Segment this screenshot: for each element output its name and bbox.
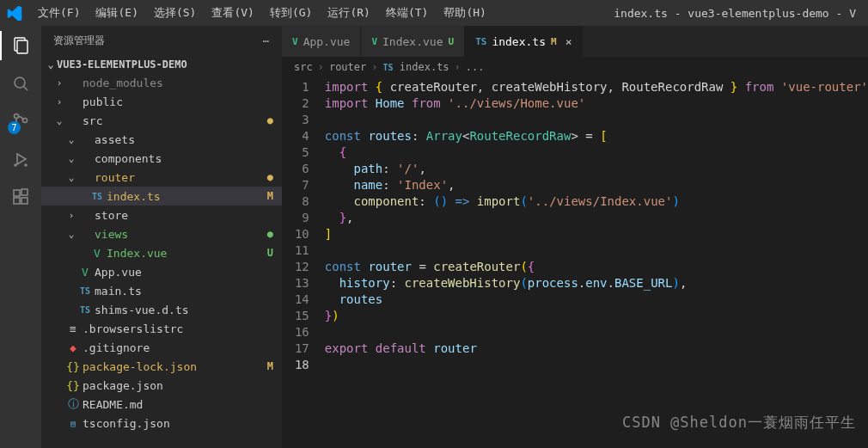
file-label: public: [83, 95, 256, 108]
breadcrumb-item[interactable]: TS index.ts: [383, 61, 449, 73]
tree-item[interactable]: TSmain.ts: [41, 281, 282, 300]
menu-item[interactable]: 终端(T): [379, 2, 435, 24]
tree-item[interactable]: ›node_modules: [41, 73, 282, 92]
breadcrumb[interactable]: src›router›TS index.ts›...: [282, 57, 868, 77]
menu-bar: 文件(F)编辑(E)选择(S)查看(V)转到(G)运行(R)终端(T)帮助(H): [31, 2, 493, 24]
chevron-icon: ›: [53, 77, 65, 89]
tree-item[interactable]: ⌄src●: [41, 111, 282, 130]
svg-point-8: [15, 164, 16, 166]
file-type-icon: TS: [475, 36, 486, 47]
more-icon[interactable]: ⋯: [263, 35, 270, 47]
file-label: components: [95, 152, 256, 165]
file-label: Index.vue: [107, 247, 256, 260]
tab-label: App.vue: [303, 35, 351, 48]
run-debug-icon[interactable]: [9, 148, 32, 170]
editor-tab[interactable]: TSindex.tsM×: [465, 26, 583, 57]
tree-item[interactable]: {}package.json: [41, 376, 282, 395]
file-icon: TS: [77, 286, 93, 296]
extensions-icon[interactable]: [9, 186, 32, 208]
tree-item[interactable]: ▤tsconfig.json: [41, 414, 282, 433]
svg-point-4: [15, 114, 19, 119]
project-name: VUE3-ELEMENTPLUS-DEMO: [57, 58, 187, 71]
tree-item[interactable]: TSindex.tsM: [41, 187, 282, 206]
tree-item[interactable]: ⌄assets: [41, 130, 282, 149]
svg-marker-7: [17, 154, 26, 164]
tree-item[interactable]: VIndex.vueU: [41, 243, 282, 262]
svg-point-9: [25, 164, 27, 166]
tree-item[interactable]: ›public: [41, 92, 282, 111]
file-type-icon: V: [371, 36, 377, 47]
file-icon: ▤: [65, 419, 81, 428]
menu-item[interactable]: 查看(V): [205, 2, 260, 24]
close-icon[interactable]: ×: [565, 35, 572, 48]
file-label: shims-vue.d.ts: [95, 304, 256, 316]
tree-item[interactable]: ⌄views●: [41, 224, 282, 243]
chevron-icon: ›: [65, 210, 77, 221]
file-icon: {}: [65, 379, 81, 392]
file-label: App.vue: [95, 266, 256, 279]
file-icon: V: [89, 247, 105, 260]
menu-item[interactable]: 帮助(H): [437, 2, 492, 24]
code-text[interactable]: import { createRouter, createWebHistory,…: [325, 79, 868, 448]
window-title: index.ts - vue3-elementplus-demo - V: [493, 7, 861, 20]
file-label: main.ts: [95, 285, 256, 298]
file-icon: V: [77, 266, 93, 279]
title-bar: 文件(F)编辑(E)选择(S)查看(V)转到(G)运行(R)终端(T)帮助(H)…: [0, 0, 868, 26]
editor-tab[interactable]: VIndex.vueU: [361, 26, 465, 57]
svg-rect-1: [17, 40, 28, 53]
file-label: .gitignore: [83, 341, 256, 354]
git-status: M: [256, 360, 273, 372]
file-label: README.md: [83, 398, 256, 411]
menu-item[interactable]: 编辑(E): [89, 2, 144, 24]
tree-item[interactable]: VApp.vue: [41, 262, 282, 281]
project-root[interactable]: ⌄ VUE3-ELEMENTPLUS-DEMO: [41, 56, 282, 73]
file-label: .browserslistrc: [83, 322, 256, 335]
sidebar-title: 资源管理器: [53, 34, 105, 48]
file-label: tsconfig.json: [83, 417, 256, 430]
tree-item[interactable]: ⌄components: [41, 149, 282, 168]
chevron-icon: ⌄: [65, 134, 77, 145]
menu-item[interactable]: 转到(G): [263, 2, 319, 24]
chevron-icon: ⌄: [65, 172, 77, 183]
file-icon: TS: [89, 192, 105, 201]
breadcrumb-item[interactable]: ...: [466, 61, 485, 73]
explorer-icon[interactable]: [9, 34, 32, 57]
search-icon[interactable]: [9, 72, 32, 95]
tree-item[interactable]: ⌄router●: [41, 168, 282, 187]
tree-item[interactable]: {}package-lock.jsonM: [41, 357, 282, 376]
file-icon: {}: [65, 360, 81, 373]
file-icon: ◆: [65, 341, 81, 354]
sidebar-header: 资源管理器 ⋯: [41, 26, 282, 56]
tree-item[interactable]: ›store: [41, 206, 282, 224]
file-label: store: [95, 209, 256, 222]
svg-point-2: [15, 77, 25, 88]
editor-area: VApp.vueVIndex.vueUTSindex.tsM× src›rout…: [282, 26, 868, 448]
svg-line-3: [24, 87, 28, 91]
menu-item[interactable]: 文件(F): [31, 2, 87, 24]
breadcrumb-item[interactable]: src: [294, 61, 313, 73]
menu-item[interactable]: 选择(S): [147, 2, 203, 24]
menu-item[interactable]: 运行(R): [321, 2, 376, 24]
tree-item[interactable]: ≡.browserslistrc: [41, 319, 282, 338]
file-icon: TS: [77, 305, 93, 315]
file-label: node_modules: [83, 77, 256, 89]
git-status: ●: [256, 171, 273, 183]
file-label: package.json: [83, 379, 256, 392]
git-status: ●: [256, 228, 273, 240]
git-status: U: [256, 247, 273, 259]
editor-tabs: VApp.vueVIndex.vueUTSindex.tsM×: [282, 26, 868, 57]
editor-tab[interactable]: VApp.vue: [282, 26, 361, 57]
file-tree: ›node_modules›public⌄src●⌄assets⌄compone…: [41, 73, 282, 448]
chevron-icon: ⌄: [53, 115, 65, 126]
source-control-icon[interactable]: 7: [9, 110, 32, 132]
tree-item[interactable]: ◆.gitignore: [41, 338, 282, 357]
breadcrumb-separator: ›: [371, 61, 377, 73]
file-label: assets: [95, 133, 256, 146]
scm-badge: 7: [8, 121, 21, 134]
file-label: views: [95, 228, 256, 241]
tree-item[interactable]: ⓘREADME.md: [41, 395, 282, 414]
breadcrumb-item[interactable]: router: [329, 61, 366, 73]
tree-item[interactable]: TSshims-vue.d.ts: [41, 300, 282, 319]
chevron-icon: ›: [53, 96, 65, 107]
code-editor[interactable]: 123456789101112131415161718 import { cre…: [282, 77, 868, 448]
